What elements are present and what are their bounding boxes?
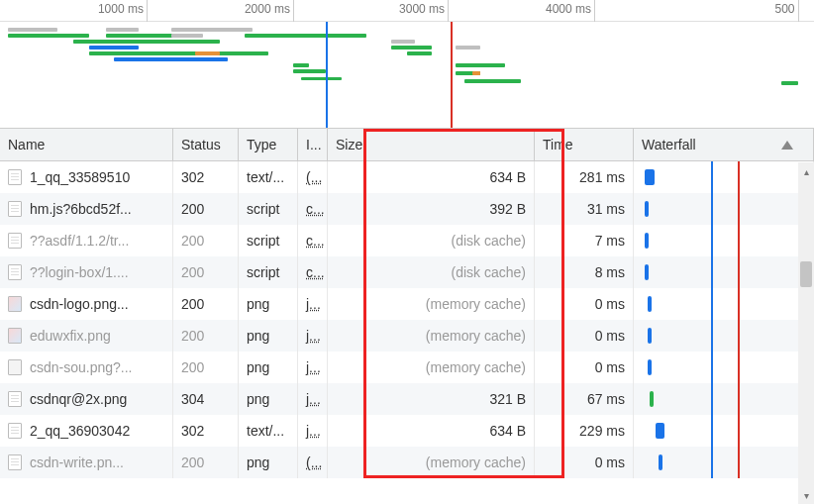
waterfall-cell [634,161,814,193]
file-icon [8,454,22,470]
time-cell: 0 ms [535,447,634,478]
time-cell: 67 ms [535,383,634,415]
file-icon [8,328,22,344]
time-cell: 0 ms [535,288,634,320]
dcl-line [711,288,713,320]
scroll-down-icon[interactable]: ▾ [798,486,814,504]
waterfall-cell [634,193,814,225]
initiator-cell: j... [298,415,328,447]
waterfall-bar [645,264,649,280]
load-line [738,225,740,256]
waterfall-bar [645,233,649,249]
table-row[interactable]: eduwxfix.png200pngj...(memory cache)0 ms [0,320,814,352]
initiator-cell: (... [298,447,328,478]
table-row[interactable]: csdn-logo.png...200pngj...(memory cache)… [0,288,814,320]
waterfall-cell [634,447,814,478]
waterfall-bar [648,328,652,344]
timeline-overview[interactable]: 1000 ms2000 ms3000 ms4000 ms500 [0,0,814,129]
timeline-ruler: 1000 ms2000 ms3000 ms4000 ms500 [0,0,814,22]
col-header-name[interactable]: Name [0,129,173,160]
table-row[interactable]: csdnqr@2x.png304pngj...321 B67 ms [0,383,814,415]
size-cell: 321 B [328,383,535,415]
waterfall-cell [634,256,814,288]
file-icon [8,359,22,375]
request-name: 1_qq_33589510 [30,169,130,185]
dcl-line [711,225,713,256]
request-name: csdn-sou.png?... [30,359,133,375]
status-cell: 200 [173,256,239,288]
col-header-waterfall-label: Waterfall [642,137,696,152]
ruler-tick: 3000 ms [448,0,449,22]
ruler-tick: 2000 ms [293,0,294,22]
load-line [738,193,740,225]
status-cell: 200 [173,320,239,352]
table-body: 1_qq_33589510302text/...(...634 B281 msh… [0,161,814,478]
vertical-scrollbar[interactable]: ▴ ▾ [798,162,814,504]
dcl-line [711,352,713,383]
time-cell: 229 ms [535,415,634,447]
type-cell: png [239,447,298,478]
load-line [738,320,740,352]
initiator-cell: j... [298,352,328,383]
request-name: ??login-box/1.... [30,264,129,280]
request-name: csdn-logo.png... [30,296,129,312]
dcl-line [711,383,713,415]
waterfall-cell [634,225,814,256]
scroll-thumb[interactable] [800,261,812,287]
waterfall-cell [634,288,814,320]
time-cell: 0 ms [535,352,634,383]
load-line [738,352,740,383]
waterfall-bar [650,391,654,407]
time-cell: 281 ms [535,161,634,193]
request-name: csdn-write.pn... [30,454,124,470]
ruler-tick: 1000 ms [147,0,148,22]
status-cell: 302 [173,415,239,447]
type-cell: png [239,320,298,352]
dcl-line [711,415,713,447]
timeline-body [0,22,814,129]
size-cell: (disk cache) [328,256,535,288]
waterfall-cell [634,352,814,383]
time-cell: 8 ms [535,256,634,288]
table-row[interactable]: 1_qq_33589510302text/...(...634 B281 ms [0,161,814,193]
status-cell: 200 [173,447,239,478]
table-row[interactable]: csdn-sou.png?...200pngj...(memory cache)… [0,352,814,383]
table-header: Name Status Type I... Size Time Waterfal… [0,129,814,161]
type-cell: script [239,225,298,256]
table-row[interactable]: ??asdf/1.1.2/tr...200scriptc...(disk cac… [0,225,814,256]
table-row[interactable]: csdn-write.pn...200png(...(memory cache)… [0,447,814,478]
col-header-size[interactable]: Size [328,129,535,160]
table-row[interactable]: ??login-box/1....200scriptc...(disk cach… [0,256,814,288]
status-cell: 304 [173,383,239,415]
waterfall-cell [634,320,814,352]
col-header-time[interactable]: Time [535,129,634,160]
initiator-cell: j... [298,288,328,320]
status-cell: 200 [173,352,239,383]
type-cell: text/... [239,415,298,447]
ruler-tick: 4000 ms [594,0,595,22]
col-header-initiator[interactable]: I... [298,129,328,160]
time-cell: 0 ms [535,320,634,352]
load-line [738,161,740,193]
initiator-cell: j... [298,383,328,415]
col-header-status[interactable]: Status [173,129,239,160]
status-cell: 200 [173,225,239,256]
type-cell: png [239,288,298,320]
time-cell: 31 ms [535,193,634,225]
size-cell: (disk cache) [328,225,535,256]
table-row[interactable]: hm.js?6bcd52f...200scriptc...392 B31 ms [0,193,814,225]
waterfall-cell [634,415,814,447]
scroll-up-icon[interactable]: ▴ [798,162,814,180]
load-line [738,288,740,320]
file-icon [8,233,22,249]
size-cell: (memory cache) [328,288,535,320]
load-line [738,383,740,415]
waterfall-cell [634,383,814,415]
ruler-tick: 500 [798,0,799,22]
type-cell: png [239,383,298,415]
load-marker [451,22,453,129]
type-cell: script [239,256,298,288]
col-header-waterfall[interactable]: Waterfall [634,129,814,160]
col-header-type[interactable]: Type [239,129,298,160]
table-row[interactable]: 2_qq_36903042302text/...j...634 B229 ms [0,415,814,447]
